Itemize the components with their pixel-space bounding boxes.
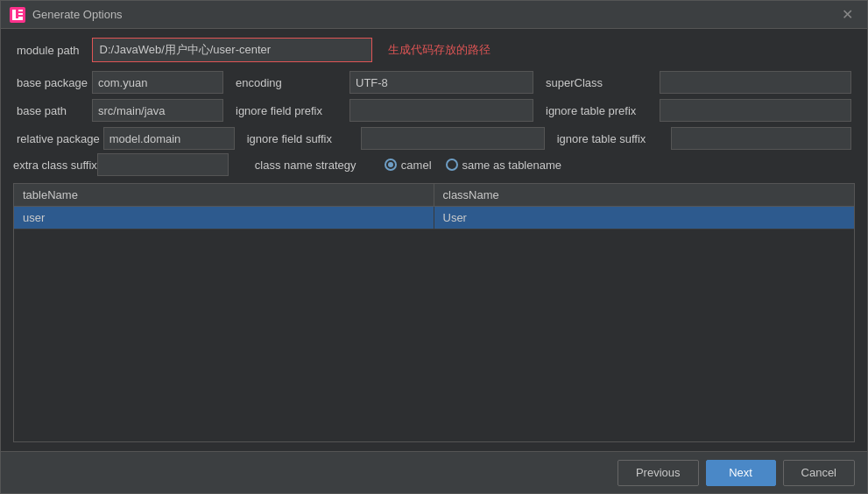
ignore-table-suffix-label: ignore table suffix (548, 128, 671, 150)
table-container: tableName className user User (13, 183, 855, 442)
class-name-strategy-label: class name strategy (255, 159, 378, 172)
previous-button[interactable]: Previous (617, 460, 699, 486)
title-bar-left: Generate Options (10, 7, 123, 23)
generate-options-dialog: Generate Options ✕ module path 生成代码存放的路径… (0, 0, 868, 494)
base-package-input[interactable] (92, 71, 223, 94)
encoding-input[interactable] (349, 71, 533, 94)
radio-camel[interactable]: camel (385, 159, 432, 172)
radio-same-circle (446, 159, 458, 171)
form-row-2: base path ignore field prefix ignore tab… (13, 97, 855, 124)
super-class-label: superClass (537, 72, 660, 94)
base-path-label: base path (13, 100, 92, 122)
svg-rect-1 (12, 10, 16, 18)
svg-rect-4 (18, 13, 23, 15)
encoding-label: encoding (227, 72, 349, 94)
svg-rect-2 (12, 18, 23, 20)
radio-camel-label: camel (401, 159, 432, 172)
title-bar: Generate Options ✕ (1, 1, 867, 29)
radio-same-as-tablename[interactable]: same as tablename (446, 159, 561, 172)
ignore-table-prefix-label: ignore table prefix (537, 100, 660, 122)
ignore-table-prefix-input[interactable] (660, 99, 851, 122)
svg-rect-5 (18, 17, 23, 18)
next-button[interactable]: Next (706, 460, 776, 486)
svg-rect-3 (18, 10, 23, 11)
class-name-strategy-radio-group: camel same as tablename (385, 159, 561, 172)
cancel-button[interactable]: Cancel (783, 460, 855, 486)
relative-package-input[interactable] (103, 127, 235, 150)
app-icon (10, 7, 25, 23)
table-row[interactable]: user User (14, 207, 854, 229)
form-row-1: base package encoding superClass (13, 69, 855, 95)
radio-camel-circle (385, 159, 397, 171)
extra-class-suffix-label: extra class suffix (13, 159, 97, 172)
module-path-hint: 生成代码存放的路径 (388, 42, 490, 58)
table-header: tableName className (14, 184, 854, 207)
table-header-classname: className (434, 184, 855, 206)
ignore-table-suffix-input[interactable] (671, 127, 851, 150)
relative-package-label: relative package (13, 128, 103, 150)
module-path-label: module path (13, 39, 83, 61)
radio-same-label: same as tablename (462, 159, 561, 172)
bottom-bar: Previous Next Cancel (1, 451, 867, 493)
base-package-label: base package (13, 72, 92, 94)
table-cell-classname: User (434, 207, 855, 229)
svg-rect-0 (10, 7, 25, 23)
table-header-tablename: tableName (14, 184, 434, 206)
super-class-input[interactable] (660, 71, 851, 94)
form-row-3: relative package ignore field suffix ign… (13, 125, 855, 152)
ignore-field-suffix-label: ignore field suffix (238, 128, 361, 150)
module-path-row: module path 生成代码存放的路径 (13, 38, 855, 62)
close-button[interactable]: ✕ (836, 6, 858, 24)
extra-class-suffix-input[interactable] (97, 153, 229, 176)
dialog-title: Generate Options (32, 8, 123, 21)
ignore-field-suffix-input[interactable] (361, 127, 545, 150)
extra-row: extra class suffix class name strategy c… (13, 153, 855, 176)
base-path-input[interactable] (92, 99, 223, 122)
ignore-field-prefix-label: ignore field prefix (227, 100, 349, 122)
dialog-content: module path 生成代码存放的路径 base package encod… (1, 29, 867, 451)
ignore-field-prefix-input[interactable] (349, 99, 533, 122)
table-cell-tablename: user (14, 207, 434, 229)
module-path-input[interactable] (92, 38, 372, 62)
